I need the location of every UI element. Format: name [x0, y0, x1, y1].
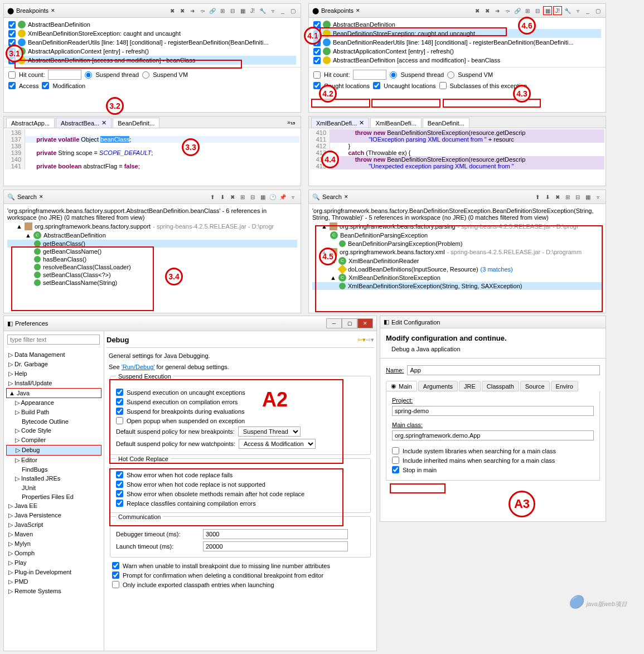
pkg-row[interactable]: ▲ org.springframework.beans.factory.xml …	[312, 248, 602, 256]
max-icon[interactable]: ▢	[288, 6, 297, 15]
method-row[interactable]: XmlBeanDefinitionStoreException(String, …	[312, 282, 602, 290]
remove-icon[interactable]: ✖	[553, 192, 562, 201]
code-body[interactable]: 410 throw new BeanDefinitionStoreExcepti…	[309, 128, 606, 171]
remove-icon[interactable]: ✖	[228, 192, 237, 201]
wrench-icon[interactable]: 🔧	[563, 6, 572, 15]
nav-up-icon[interactable]: ⬆	[533, 192, 542, 201]
bp-item[interactable]: AbstractApplicationContext [entry] - ref…	[313, 47, 601, 56]
tab-close-icon[interactable]: ✕	[39, 194, 43, 200]
expand-icon[interactable]: ⊞	[563, 192, 572, 201]
bp-checkbox[interactable]	[313, 48, 321, 55]
pref-sub[interactable]: FindBugs	[6, 465, 101, 474]
bp-item-selected[interactable]: BeanDefinitionStoreException: caught and…	[313, 29, 601, 38]
pref-cat[interactable]: ▷ Mylyn	[6, 539, 101, 549]
expand-icon[interactable]: ⊞	[218, 6, 227, 15]
hcr-unsupported-checkbox[interactable]	[116, 481, 123, 488]
debugger-timeout-field[interactable]	[203, 529, 348, 539]
method-row[interactable]: setBeanClassName(String)	[7, 279, 297, 287]
method-row[interactable]: doLoadBeanDefinitions(InputSource, Resou…	[312, 265, 602, 273]
only-exported-checkbox[interactable]	[112, 581, 119, 588]
config-name-field[interactable]	[407, 365, 600, 375]
suspend-compile-checkbox[interactable]	[116, 398, 123, 405]
editor-tab[interactable]: BeanDefinit...	[113, 118, 159, 128]
remove-all-icon[interactable]: ✖	[483, 6, 492, 15]
pkg-row[interactable]: ▲ org.springframework.beans.factory.supp…	[7, 222, 297, 231]
goto-icon[interactable]: ➜	[188, 6, 197, 15]
pref-cat[interactable]: ▷ Install/Update	[6, 379, 101, 388]
suspend-eval-checkbox[interactable]	[116, 408, 123, 415]
method-row[interactable]: BeanDefinitionParsingException(Problem)	[312, 240, 602, 248]
nav-down-icon[interactable]: ⬇	[218, 192, 227, 201]
tab-jre[interactable]: JRE	[459, 381, 481, 391]
project-field[interactable]	[392, 406, 594, 416]
pref-cat[interactable]: ▷ Plug-in Development	[6, 568, 101, 577]
pref-cat[interactable]: ▷ Data Management	[6, 350, 101, 360]
bp-item[interactable]: XmlBeanDefinitionStoreException: caught …	[8, 29, 296, 38]
uncaught-checkbox[interactable]	[373, 82, 380, 89]
pref-sub[interactable]: ▷ Editor	[6, 456, 101, 465]
bp-checkbox[interactable]	[313, 30, 321, 37]
group-icon[interactable]: ▦	[543, 6, 552, 15]
caught-checkbox[interactable]	[313, 82, 321, 89]
editor-tab[interactable]: BeanDefinit...	[423, 118, 469, 128]
hitcount-checkbox[interactable]	[8, 71, 16, 79]
pref-cat[interactable]: ▷ Dr. Garbage	[6, 360, 101, 369]
bp-item[interactable]: AbstractApplicationContext [entry] - ref…	[8, 47, 296, 56]
bp-checkbox[interactable]	[8, 21, 16, 28]
hitcount-field[interactable]	[353, 70, 386, 80]
pkg-row[interactable]: ▲ org.springframework.beans.factory.pars…	[312, 222, 602, 231]
include-sys-checkbox[interactable]	[392, 447, 399, 454]
class-row[interactable]: ▲ C XmlBeanDefinitionReader	[312, 256, 602, 265]
subclasses-checkbox[interactable]	[439, 82, 447, 89]
skip-icon[interactable]: ⤼	[198, 6, 207, 15]
pref-cat[interactable]: ▷ Java Persistence	[6, 511, 101, 520]
suspend-vm-radio[interactable]	[142, 71, 149, 79]
prompt-delete-checkbox[interactable]	[112, 571, 119, 579]
suspend-thread-radio[interactable]	[390, 71, 397, 79]
bp-item[interactable]: AbstractBeanDefinition	[313, 20, 601, 29]
bp-checkbox[interactable]	[313, 21, 321, 28]
goto-icon[interactable]: ➜	[493, 6, 502, 15]
close-icon[interactable]: ✕	[101, 119, 106, 127]
remove-all-icon[interactable]: ✖	[178, 6, 187, 15]
hcr-obsolete-checkbox[interactable]	[116, 490, 123, 497]
pref-sub-debug[interactable]: ▷ Debug	[6, 445, 101, 456]
access-checkbox[interactable]	[8, 82, 16, 89]
skip-icon[interactable]: ⤼	[503, 6, 512, 15]
mainclass-field[interactable]	[392, 430, 594, 440]
class-row[interactable]: ▲ C XmlBeanDefinitionStoreException	[312, 273, 602, 282]
link-icon[interactable]: 🔗	[513, 6, 522, 15]
more-tabs[interactable]: »₁₃	[284, 118, 298, 128]
method-row[interactable]: resolveBeanClass(ClassLoader)	[7, 263, 297, 271]
suspend-thread-radio[interactable]	[85, 71, 92, 79]
pref-sub[interactable]: Properties Files Ed	[6, 492, 101, 501]
close-button[interactable]: ✕	[357, 318, 373, 328]
bp-item[interactable]: AbstractBeanDefinition [access and modif…	[313, 56, 601, 65]
bp-checkbox[interactable]	[8, 39, 16, 46]
bp-item[interactable]: BeanDefinitionReaderUtils [line: 148] [c…	[8, 38, 296, 47]
class-row[interactable]: ▲ C AbstractBeanDefinition	[7, 231, 297, 240]
collapse-icon[interactable]: ⊟	[248, 192, 257, 201]
pref-sub[interactable]: ▷ Installed JREs	[6, 474, 101, 483]
tab-environment[interactable]: Enviro	[551, 381, 578, 391]
j-icon[interactable]: J!	[248, 6, 257, 15]
remove-icon[interactable]: ✖	[473, 6, 482, 15]
tab-close-icon[interactable]: ✕	[344, 194, 348, 200]
collapse-icon[interactable]: ⊟	[228, 6, 237, 15]
pin-icon[interactable]: 📌	[278, 192, 287, 201]
pref-cat[interactable]: ▷ Remote Systems	[6, 587, 101, 596]
pref-cat[interactable]: ▷ Oomph	[6, 549, 101, 558]
bp-checkbox[interactable]	[8, 48, 16, 55]
pref-cat[interactable]: ▷ JavaScript	[6, 520, 101, 530]
tab-source[interactable]: Source	[520, 381, 550, 391]
collapse-icon[interactable]: ⊟	[573, 192, 582, 201]
pref-cat[interactable]: ▷ Maven	[6, 530, 101, 539]
menu-icon[interactable]: ▿	[288, 192, 297, 201]
bp-checkbox[interactable]	[313, 57, 321, 64]
modification-checkbox[interactable]	[42, 82, 49, 89]
hcr-fail-checkbox[interactable]	[116, 471, 123, 478]
pref-sub[interactable]: ▷ Code Style	[6, 426, 101, 435]
back-icon[interactable]: ⇦▾	[357, 336, 366, 343]
editor-tab[interactable]: XmlBeanDefi...	[370, 118, 421, 128]
hcr-replace-checkbox[interactable]	[116, 500, 123, 507]
